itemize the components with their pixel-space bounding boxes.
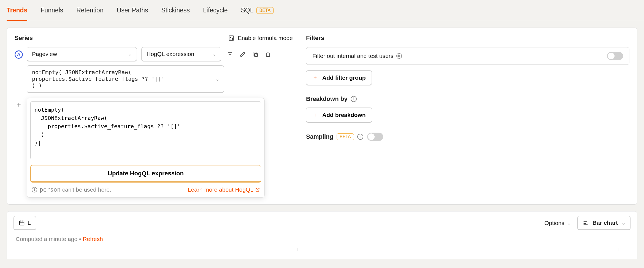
- math-select[interactable]: HogQL expression ⌄: [141, 47, 221, 61]
- info-icon[interactable]: i: [357, 134, 363, 140]
- add-filter-group-button[interactable]: ＋ Add filter group: [306, 70, 372, 85]
- chart-area: [13, 248, 631, 259]
- tab-retention[interactable]: Retention: [76, 0, 103, 21]
- info-icon[interactable]: i: [351, 96, 357, 102]
- sampling-toggle[interactable]: [367, 133, 383, 141]
- chart-card: L Options ⌄ Bar chart ⌄ Computed a minut…: [7, 211, 637, 259]
- gear-icon[interactable]: [396, 53, 402, 59]
- sampling-title: Sampling: [306, 133, 333, 140]
- beta-badge: BETA: [256, 7, 274, 14]
- insight-type-tabs: Trends Funnels Retention User Paths Stic…: [0, 0, 644, 21]
- series-letter-badge: A: [15, 50, 23, 59]
- computed-text: Computed a minute ago: [16, 236, 77, 242]
- footer-warning-text: can't be used here.: [61, 186, 111, 193]
- series-title: Series: [15, 34, 33, 42]
- enable-formula-button[interactable]: Enable formula mode: [228, 35, 293, 41]
- svg-point-5: [232, 38, 233, 39]
- filter-icon: [227, 51, 233, 58]
- copy-icon-button[interactable]: [251, 50, 260, 59]
- beta-badge: BETA: [337, 133, 354, 140]
- chart-type-select[interactable]: Bar chart ⌄: [577, 216, 631, 230]
- hogql-editor-input[interactable]: [30, 101, 261, 159]
- separator: •: [77, 236, 83, 242]
- pencil-icon: [239, 51, 246, 58]
- chevron-down-icon: ⌄: [567, 221, 571, 226]
- filter-icon-button[interactable]: [226, 50, 234, 59]
- options-label: Options: [544, 220, 564, 226]
- bar-chart-icon: [583, 220, 589, 226]
- tab-sql-label: SQL: [241, 7, 254, 14]
- options-button[interactable]: Options ⌄: [544, 220, 570, 226]
- query-config-card: Series Enable formula mode A: [7, 28, 637, 205]
- editor-footer-warning: person can't be used here.: [31, 186, 111, 193]
- tab-user-paths[interactable]: User Paths: [117, 0, 148, 21]
- svg-point-17: [34, 188, 35, 189]
- tab-lifecycle[interactable]: Lifecycle: [203, 0, 228, 21]
- hogql-preview-text: notEmpty( JSONExtractArrayRaw( propertie…: [32, 69, 165, 89]
- chevron-down-icon: ⌄: [212, 52, 216, 57]
- trash-icon: [265, 51, 271, 58]
- svg-point-18: [398, 55, 400, 57]
- svg-rect-19: [20, 221, 24, 225]
- add-breakdown-label: Add breakdown: [322, 112, 366, 118]
- edit-icon-button[interactable]: [238, 50, 247, 59]
- plus-icon: ＋: [312, 111, 318, 119]
- filter-internal-users-label: Filter out internal and test users: [312, 53, 393, 59]
- formula-icon: [228, 35, 234, 41]
- footer-warning-code: person: [40, 186, 61, 193]
- chevron-down-icon: ⌄: [216, 76, 219, 82]
- tab-trends[interactable]: Trends: [7, 0, 27, 21]
- learn-more-link[interactable]: Learn more about HogQL: [188, 186, 260, 193]
- breakdown-title: Breakdown by: [306, 95, 347, 103]
- hogql-expression-preview[interactable]: notEmpty( JSONExtractArrayRaw( propertie…: [27, 65, 224, 93]
- hogql-editor-popup: Update HogQL expression person can't be …: [27, 98, 265, 198]
- external-link-icon: [255, 187, 260, 192]
- date-range-select[interactable]: L: [13, 216, 36, 230]
- filter-internal-users-toggle[interactable]: [607, 52, 623, 60]
- add-series-button[interactable]: [15, 101, 23, 109]
- event-select-value: Pageview: [32, 51, 57, 57]
- add-filter-group-label: Add filter group: [322, 74, 366, 81]
- delete-icon-button[interactable]: [264, 50, 272, 59]
- refresh-button[interactable]: Refresh: [83, 236, 103, 242]
- tab-sql[interactable]: SQL BETA: [241, 0, 274, 21]
- event-select[interactable]: Pageview ⌄: [27, 47, 137, 61]
- info-icon: [31, 187, 37, 193]
- svg-point-6: [232, 39, 233, 40]
- calendar-icon: [19, 220, 25, 226]
- enable-formula-label: Enable formula mode: [238, 35, 293, 41]
- update-hogql-button[interactable]: Update HogQL expression: [30, 165, 261, 183]
- chevron-down-icon: ⌄: [622, 220, 625, 226]
- filter-internal-users-row: Filter out internal and test users: [306, 47, 629, 65]
- tab-funnels[interactable]: Funnels: [40, 0, 63, 21]
- add-breakdown-button[interactable]: ＋ Add breakdown: [306, 108, 372, 123]
- svg-rect-0: [229, 36, 234, 41]
- chevron-down-icon: ⌄: [128, 52, 132, 57]
- learn-more-label: Learn more about HogQL: [188, 186, 253, 193]
- math-select-value: HogQL expression: [147, 51, 194, 57]
- plus-icon: [16, 102, 21, 108]
- computed-status: Computed a minute ago • Refresh: [13, 230, 631, 242]
- chart-type-label: Bar chart: [592, 219, 618, 226]
- series-row-a: A Pageview ⌄ HogQL expression ⌄: [15, 47, 293, 93]
- filters-title: Filters: [306, 34, 629, 42]
- tab-stickiness[interactable]: Stickiness: [161, 0, 190, 21]
- copy-icon: [252, 51, 259, 58]
- filters-panel: Filters Filter out internal and test use…: [306, 34, 629, 198]
- plus-icon: ＋: [312, 74, 318, 81]
- date-range-value: L: [28, 219, 31, 226]
- series-panel: Series Enable formula mode A: [15, 34, 293, 198]
